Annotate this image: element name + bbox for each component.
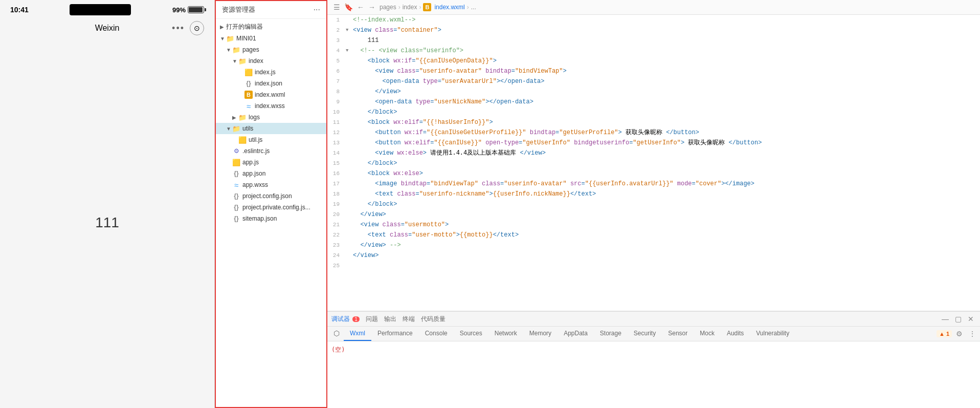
line-content-21: <view class="usermotto"> <box>353 220 980 230</box>
toolbar-issues[interactable]: 问题 <box>366 315 378 324</box>
tab-vulnerability[interactable]: Vulnerability <box>750 327 795 341</box>
app-js-file[interactable]: 🟨 app.js <box>216 157 326 168</box>
phone-dots-menu[interactable]: ••• <box>172 23 185 34</box>
code-line-5: 5 <block wx:if="{{canIUseOpenData}}"> <box>327 56 980 66</box>
battery-fill <box>189 7 203 12</box>
js-icon: 🟨 <box>244 68 253 76</box>
more-options-btn[interactable]: ⋮ <box>967 329 978 339</box>
wxml-icon: B <box>244 91 253 99</box>
line-content-10: </block> <box>353 107 980 117</box>
tab-mock[interactable]: Mock <box>694 327 721 341</box>
proj-private-icon: {} <box>232 203 240 211</box>
line-content-12: <button wx:if="{{canIUseGetUserProfile}}… <box>353 127 980 138</box>
tab-console[interactable]: Console <box>419 327 454 341</box>
pages-folder-icon: 📁 <box>232 46 240 54</box>
open-editors-item[interactable]: ▶ 打开的编辑器 <box>216 21 326 33</box>
tab-network[interactable]: Network <box>488 327 523 341</box>
devtools-tab-bar: ⬡ Wxml Performance Console Sources Netwo… <box>327 327 980 341</box>
project-config-file[interactable]: {} project.config.json <box>216 190 326 202</box>
app-wxss-file[interactable]: ≈ app.wxss <box>216 179 326 190</box>
toolbar-debug[interactable]: 调试器 1 <box>331 315 360 324</box>
phone-notch <box>70 4 131 15</box>
toolbar-terminal[interactable]: 终端 <box>403 315 415 324</box>
breadcrumb-pages: pages <box>380 4 396 11</box>
devtools-content: (空) <box>327 341 980 408</box>
tab-storage[interactable]: Storage <box>594 327 628 341</box>
project-private-file[interactable]: {} project.private.config.js... <box>216 202 326 213</box>
devtools-maximize-btn[interactable]: ▢ <box>953 314 964 324</box>
toolbar-quality[interactable]: 代码质量 <box>421 315 446 324</box>
logs-folder[interactable]: ▶ 📁 logs <box>216 112 326 123</box>
tab-wxml[interactable]: Wxml <box>344 327 371 341</box>
back-icon[interactable]: ← <box>357 3 364 11</box>
line-num-7: 7 <box>327 76 346 87</box>
bottom-toolbar: 调试器 1 问题 输出 终端 代码质量 — ▢ ✕ <box>327 311 980 327</box>
phone-content: 111 <box>0 37 214 408</box>
tab-audits[interactable]: Audits <box>721 327 750 341</box>
index-arrow: ▼ <box>232 58 238 64</box>
bookmark-icon[interactable]: 🔖 <box>344 3 353 11</box>
util-js-file[interactable]: 🟨 util.js <box>216 134 326 145</box>
line-content-13: <button wx:elif="{{canIUse}}" open-type=… <box>353 138 980 148</box>
index-json-file[interactable]: {} index.json <box>216 78 326 89</box>
line-content-11: <block wx:elif="{{!hasUserInfo}}"> <box>353 117 980 127</box>
sitemap-icon: {} <box>232 214 240 223</box>
index-folder[interactable]: ▼ 📁 index <box>216 55 326 67</box>
tab-security[interactable]: Security <box>628 327 662 341</box>
code-line-6: 6 <view class="userinfo-avatar" bindtap=… <box>327 66 980 76</box>
index-wxml-file[interactable]: B index.wxml <box>216 89 326 100</box>
breadcrumb-sep2: › <box>419 4 421 11</box>
phone-circle-btn[interactable]: ⊙ <box>190 21 204 35</box>
sitemap-file[interactable]: {} sitemap.json <box>216 213 326 224</box>
index-wxml-label: index.wxml <box>255 91 285 98</box>
devtools-minimize-btn[interactable]: — <box>940 314 951 324</box>
phone-time: 10:41 <box>10 6 29 14</box>
code-line-15: 15 </block> <box>327 158 980 168</box>
code-line-20: 20 </view> <box>327 209 980 220</box>
line-content-17: <image bindtap="bindViewTap" class="user… <box>353 179 980 189</box>
code-line-4: 4 ▼ <!-- <view class="userinfo"> <box>327 46 980 56</box>
pages-folder[interactable]: ▼ 📁 pages <box>216 44 326 55</box>
tab-sensor[interactable]: Sensor <box>662 327 694 341</box>
line-num-2: 2 <box>327 25 346 35</box>
devtools-close-btn[interactable]: ✕ <box>966 314 976 324</box>
editor-toolbar: ☰ 🔖 ← → pages › index › B index.wxml › .… <box>327 0 980 15</box>
settings-btn[interactable]: ⚙ <box>954 329 965 339</box>
line-num-12: 12 <box>327 127 346 138</box>
code-area[interactable]: 1 <!--index.wxml--> 2 ▼ <view class="con… <box>327 15 980 311</box>
tab-performance[interactable]: Performance <box>371 327 419 341</box>
toolbar-output[interactable]: 输出 <box>384 315 396 324</box>
tab-memory[interactable]: Memory <box>523 327 558 341</box>
code-line-13: 13 <button wx:elif="{{canIUse}}" open-ty… <box>327 138 980 148</box>
forward-icon[interactable]: → <box>368 3 375 11</box>
devtools-panel: 调试器 1 问题 输出 终端 代码质量 — ▢ ✕ ⬡ Wxml Perform… <box>327 311 980 408</box>
utils-folder[interactable]: ▼ 📁 utils <box>216 123 326 134</box>
line-content-24: </view> <box>353 250 980 261</box>
hamburger-icon[interactable]: ☰ <box>333 3 340 11</box>
index-wxss-file[interactable]: ≈ index.wxss <box>216 100 326 112</box>
project-config-label: project.config.json <box>242 192 292 200</box>
index-js-file[interactable]: 🟨 index.js <box>216 67 326 78</box>
phone-battery-area: 99% <box>172 6 204 14</box>
eslint-icon: ⚙ <box>232 147 240 155</box>
battery-icon <box>188 6 204 13</box>
tab-sources[interactable]: Sources <box>454 327 488 341</box>
root-folder[interactable]: ▼ 📁 MINI01 <box>216 33 326 44</box>
line-content-8: </view> <box>353 87 980 97</box>
phone-controls: ••• ⊙ <box>172 21 204 35</box>
code-line-10: 10 </block> <box>327 107 980 117</box>
line-num-1: 1 <box>327 15 346 25</box>
explorer-more-icon[interactable]: ··· <box>314 5 320 14</box>
devtools-window-controls: — ▢ ✕ <box>940 314 976 324</box>
line-num-24: 24 <box>327 250 346 261</box>
explorer-title: 资源管理器 <box>222 5 255 14</box>
pages-label: pages <box>242 46 259 53</box>
code-line-7: 7 <open-data type="userAvatarUrl"></open… <box>327 76 980 87</box>
editor-panel: ☰ 🔖 ← → pages › index › B index.wxml › .… <box>327 0 980 408</box>
tab-appdata[interactable]: AppData <box>558 327 594 341</box>
sitemap-label: sitemap.json <box>242 215 277 222</box>
app-json-file[interactable]: {} app.json <box>216 168 326 179</box>
eslintrc-file[interactable]: ⚙ .eslintrc.js <box>216 145 326 157</box>
eslintrc-label: .eslintrc.js <box>242 147 270 155</box>
devtools-cursor-btn[interactable]: ⬡ <box>329 327 344 340</box>
